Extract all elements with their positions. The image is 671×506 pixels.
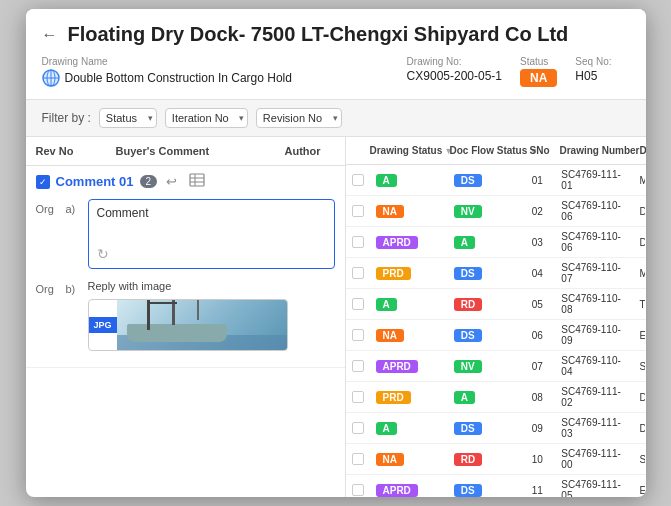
dfs-pill-9: RD: [454, 453, 482, 466]
undo-button[interactable]: ↩: [163, 173, 180, 190]
row-dfs-3: DS: [448, 263, 526, 284]
row-check-0[interactable]: [346, 170, 370, 190]
row-ds-9: NA: [370, 449, 448, 470]
row-ds-7: PRD: [370, 387, 448, 408]
iteration-filter[interactable]: Iteration No: [165, 108, 248, 128]
row-check-4[interactable]: [346, 294, 370, 314]
row-check-3[interactable]: [346, 263, 370, 283]
image-thumbnail: [117, 300, 288, 350]
row-dname-2: DOUBLE B...: [633, 233, 645, 252]
refresh-icon[interactable]: ↻: [97, 246, 109, 262]
row-sno-5: 06: [526, 326, 556, 345]
row-dn-6: SC4769-110-04: [555, 351, 633, 381]
row-dn-5: SC4769-110-09: [555, 320, 633, 350]
table-row[interactable]: PRD A 08 SC4769-111-02 DECK AND...: [346, 382, 646, 413]
seq-no-label: Seq No:: [575, 56, 611, 67]
row-dn-10: SC4769-111-05: [555, 475, 633, 497]
row-check-8[interactable]: [346, 418, 370, 438]
row-ds-5: NA: [370, 325, 448, 346]
ds-pill-3: PRD: [376, 267, 411, 280]
row-check-2[interactable]: [346, 232, 370, 252]
dfs-pill-0: DS: [454, 174, 482, 187]
ds-pill-10: APRD: [376, 484, 418, 497]
row-check-10[interactable]: [346, 480, 370, 497]
row-ds-10: APRD: [370, 480, 448, 498]
dfs-pill-3: DS: [454, 267, 482, 280]
row-sno-9: 10: [526, 450, 556, 469]
row-ds-6: APRD: [370, 356, 448, 377]
row-dfs-8: DS: [448, 418, 526, 439]
table-row[interactable]: NA DS 06 SC4769-110-09 ENGINE R...: [346, 320, 646, 351]
row-dn-2: SC4769-110-06: [555, 227, 633, 257]
comment-row-b: Org b) Reply with image JPG: [36, 279, 335, 351]
org-label-a: Org: [36, 199, 66, 215]
status-badge: NA: [520, 69, 557, 87]
crane-shape-3: [197, 300, 199, 320]
row-dfs-10: DS: [448, 480, 526, 498]
row-check-5[interactable]: [346, 325, 370, 345]
row-dname-5: ENGINE R...: [633, 326, 645, 345]
ds-pill-7: PRD: [376, 391, 411, 404]
col-sno-header: SNo: [524, 137, 554, 164]
dfs-pill-10: DS: [454, 484, 482, 497]
dfs-pill-6: NV: [454, 360, 482, 373]
row-dn-0: SC4769-111-01: [555, 165, 633, 195]
row-dname-7: DECK AND...: [633, 388, 645, 407]
status-filter[interactable]: Status: [99, 108, 157, 128]
dfs-pill-2: A: [454, 236, 475, 249]
drawing-name-item: Drawing Name Double Bottom Construction …: [42, 56, 389, 87]
dfs-pill-7: A: [454, 391, 475, 404]
row-ds-0: A: [370, 170, 448, 191]
image-attachment[interactable]: JPG Ship Building Pl: [88, 299, 288, 351]
row-check-1[interactable]: [346, 201, 370, 221]
revision-filter-wrapper[interactable]: Revision No: [256, 108, 342, 128]
table-row[interactable]: PRD DS 04 SC4769-110-07 MOULDED...: [346, 258, 646, 289]
right-panel: Drawing Status ▼ Doc Flow Status ▼ SNo D…: [346, 137, 646, 497]
row-ds-3: PRD: [370, 263, 448, 284]
row-dfs-1: NV: [448, 201, 526, 222]
row-sno-3: 04: [526, 264, 556, 283]
dfs-pill-4: RD: [454, 298, 482, 311]
comment-label[interactable]: Comment 01: [56, 174, 134, 189]
row-dname-0: MIDSHIP...: [633, 171, 645, 190]
dfs-pill-8: DS: [454, 422, 482, 435]
row-dname-1: DOUBLE B...: [633, 202, 645, 221]
row-check-6[interactable]: [346, 356, 370, 376]
col-drawing-number-header: Drawing Number ▼: [554, 137, 634, 164]
sublabel-a: a): [66, 199, 88, 215]
ds-pill-9: NA: [376, 453, 404, 466]
iteration-filter-wrapper[interactable]: Iteration No: [165, 108, 248, 128]
table-row[interactable]: APRD DS 11 SC4769-111-05 ENGINE R...: [346, 475, 646, 497]
revision-filter[interactable]: Revision No: [256, 108, 342, 128]
status-filter-wrapper[interactable]: Status: [99, 108, 157, 128]
table-row[interactable]: A RD 05 SC4769-110-08 TYPICAL ...: [346, 289, 646, 320]
row-dfs-4: RD: [448, 294, 526, 315]
sublabel-b: b): [66, 279, 88, 295]
row-sno-7: 08: [526, 388, 556, 407]
row-check-9[interactable]: [346, 449, 370, 469]
row-dfs-6: NV: [448, 356, 526, 377]
reply-label: Reply with image: [88, 280, 172, 292]
drawing-no-label: Drawing No:: [407, 56, 502, 67]
right-header: Drawing Status ▼ Doc Flow Status ▼ SNo D…: [346, 137, 646, 165]
comment-checkbox[interactable]: ✓: [36, 175, 50, 189]
ds-pill-4: A: [376, 298, 397, 311]
table-row[interactable]: NA RD 10 SC4769-111-00 STERN CO...: [346, 444, 646, 475]
table-row[interactable]: NA NV 02 SC4769-110-06 DOUBLE B...: [346, 196, 646, 227]
table-row[interactable]: APRD NV 07 SC4769-110-04 SHELL EX...: [346, 351, 646, 382]
drawing-no-value: CX9005-200-05-1: [407, 69, 502, 83]
row-ds-1: NA: [370, 201, 448, 222]
table-row[interactable]: A DS 09 SC4769-111-03 DECKS & ...: [346, 413, 646, 444]
back-button[interactable]: ←: [42, 26, 58, 44]
table-button[interactable]: [186, 172, 208, 191]
seq-no-item: Seq No: H05: [575, 56, 611, 83]
table-row[interactable]: APRD A 03 SC4769-110-06 DOUBLE B...: [346, 227, 646, 258]
ds-pill-2: APRD: [376, 236, 418, 249]
globe-icon: [42, 69, 60, 87]
comment-row-a: Org a) Comment ↻: [36, 199, 335, 269]
comment-textbox[interactable]: Comment ↻: [88, 199, 335, 269]
table-row[interactable]: A DS 01 SC4769-111-01 MIDSHIP...: [346, 165, 646, 196]
row-dfs-5: DS: [448, 325, 526, 346]
row-dn-7: SC4769-111-02: [555, 382, 633, 412]
row-check-7[interactable]: [346, 387, 370, 407]
